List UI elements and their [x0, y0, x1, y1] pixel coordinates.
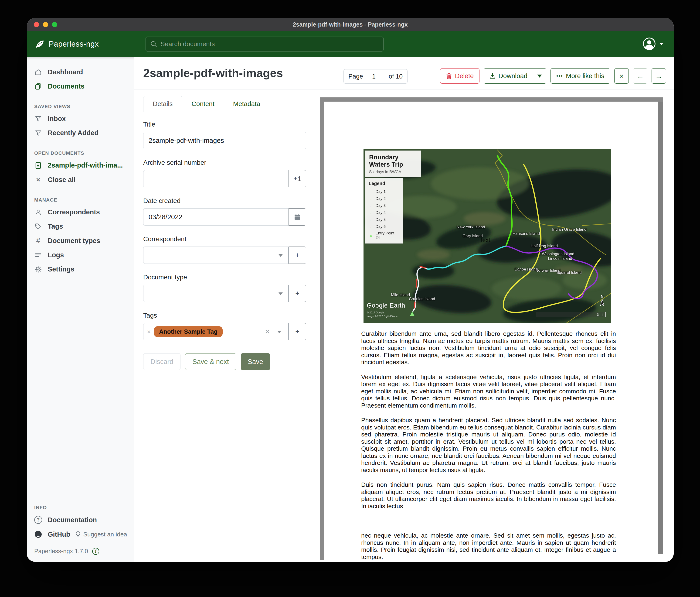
sidebar-item-tags[interactable]: Tags: [27, 219, 134, 234]
sidebar-item-github[interactable]: GitHub: [27, 527, 75, 542]
sidebar-label: Inbox: [48, 115, 66, 123]
search-icon: [150, 41, 157, 48]
version-row: Paperless-ngx 1.7.0 i: [27, 542, 134, 556]
close-icon: ×: [34, 176, 42, 184]
chevron-down-icon: [278, 254, 283, 257]
legend-label: Day 4: [376, 210, 385, 215]
legend-title: Legend: [369, 181, 399, 186]
sidebar-item-correspondents[interactable]: Correspondents: [27, 205, 134, 219]
delete-button[interactable]: Delete: [440, 68, 479, 83]
funnel-icon: [34, 130, 42, 136]
legend-label: Day 3: [376, 204, 385, 208]
island-label: Squirrel Island: [556, 270, 582, 275]
info-icon[interactable]: i: [92, 548, 99, 555]
legend-item: ∴Day 6: [369, 223, 399, 230]
funnel-icon: [34, 116, 42, 122]
question-circle-icon: ?: [34, 516, 42, 524]
document-text: Curabitur bibendum ante urna, sed blandi…: [361, 330, 616, 560]
entry-point-icon: ▲: [369, 233, 373, 238]
tag-chip[interactable]: Another Sample Tag: [154, 326, 223, 337]
date-created-input[interactable]: [143, 208, 289, 225]
close-document-button[interactable]: ×: [614, 68, 629, 83]
document-type-select[interactable]: [143, 285, 289, 302]
island-label: Charlies Island: [409, 296, 435, 301]
user-menu[interactable]: [643, 37, 664, 51]
more-like-this-button[interactable]: ••• More like this: [550, 68, 610, 83]
trash-icon: [446, 73, 452, 79]
tab-content[interactable]: Content: [182, 96, 224, 112]
sidebar-item-documentation[interactable]: ? Documentation: [27, 512, 134, 527]
sidebar-label: Documents: [48, 82, 84, 90]
brand[interactable]: Paperless-ngx: [35, 39, 99, 49]
preview-scrollbar[interactable]: [658, 102, 663, 554]
add-document-type-button[interactable]: +: [289, 285, 306, 302]
scale-bar: 3 mi: [536, 312, 606, 317]
discard-button[interactable]: Discard: [143, 353, 180, 370]
more-like-this-label: More like this: [566, 72, 604, 80]
sidebar-item-document-types[interactable]: # Document types: [27, 234, 134, 248]
day5-marker-icon: ∴: [369, 217, 373, 222]
close-icon: ×: [619, 72, 624, 80]
clear-tags-icon[interactable]: ✕: [265, 328, 270, 336]
manage-heading: MANAGE: [27, 195, 134, 205]
tab-metadata[interactable]: Metadata: [224, 96, 270, 112]
sidebar-item-logs[interactable]: Logs: [27, 248, 134, 262]
sidebar-label: Tags: [48, 222, 63, 230]
tags-select[interactable]: × Another Sample Tag ✕: [143, 323, 289, 340]
macos-titlebar[interactable]: 2sample-pdf-with-images - Paperless-ngx: [27, 18, 674, 31]
search-bar[interactable]: [146, 37, 383, 51]
version-label: Paperless-ngx 1.7.0: [34, 548, 88, 555]
sidebar-item-dashboard[interactable]: Dashboard: [27, 65, 134, 79]
correspondent-label: Correspondent: [143, 235, 306, 243]
sidebar-item-settings[interactable]: Settings: [27, 262, 134, 277]
save-button[interactable]: Save: [241, 353, 270, 370]
download-options-button[interactable]: [533, 68, 546, 83]
save-and-next-button[interactable]: Save & next: [185, 353, 236, 370]
arrow-left-icon: ←: [636, 72, 644, 80]
sidebar-item-close-all[interactable]: × Close all: [27, 172, 134, 187]
person-icon: [34, 209, 42, 216]
calendar-button[interactable]: [289, 208, 306, 225]
island-label: New York Island: [457, 225, 485, 230]
download-button[interactable]: Download: [484, 68, 533, 83]
app-window: 2sample-pdf-with-images - Paperless-ngx …: [27, 18, 674, 562]
legend-label: Day 1: [376, 189, 385, 194]
map-image: Boundary Waters Trip Six days in BWCA Le…: [364, 149, 611, 323]
asn-input[interactable]: [143, 170, 289, 187]
page-number-input[interactable]: [368, 69, 384, 83]
map-subtitle: Six days in BWCA: [369, 170, 417, 174]
search-input[interactable]: [160, 40, 379, 48]
download-icon: [490, 73, 496, 79]
google-earth-watermark: Google Earth: [367, 302, 405, 309]
next-document-button[interactable]: →: [652, 68, 666, 83]
tab-details[interactable]: Details: [143, 96, 182, 112]
sidebar-item-inbox[interactable]: Inbox: [27, 112, 134, 126]
map-text-annotation: Text: [479, 237, 490, 243]
app-header: Paperless-ngx: [27, 31, 674, 57]
list-lines-icon: [34, 253, 42, 258]
island-label: Lincoln Island: [548, 256, 572, 261]
legend-item: ∴Day 1: [369, 188, 399, 195]
correspondent-select[interactable]: [143, 246, 289, 264]
asn-increment-button[interactable]: +1: [289, 170, 306, 187]
previous-document-button[interactable]: ←: [633, 68, 647, 83]
remove-tag-icon[interactable]: ×: [147, 328, 151, 335]
page-total-label: of 10: [384, 69, 407, 83]
pdf-preview-pane[interactable]: Boundary Waters Trip Six days in BWCA Le…: [320, 97, 663, 560]
sidebar-item-recently-added[interactable]: Recently Added: [27, 126, 134, 140]
page-navigator: Page of 10: [344, 69, 407, 83]
sidebar-label: Close all: [48, 176, 75, 184]
sidebar-item-open-document[interactable]: 2sample-pdf-with-ima...: [27, 158, 134, 172]
title-input[interactable]: [143, 132, 306, 149]
sidebar-item-documents[interactable]: Documents: [27, 79, 134, 93]
map-copyright-2: Image © 2017 DigitalGlobe: [367, 315, 398, 318]
sidebar-item-suggest-idea[interactable]: Suggest an idea: [75, 528, 127, 541]
sidebar-label: Document types: [48, 237, 100, 245]
sidebar: Dashboard Documents SAVED VIEWS Inbox Re: [27, 57, 134, 562]
sidebar-label: Documentation: [48, 516, 97, 524]
document-type-label: Document type: [143, 273, 306, 281]
add-tag-button[interactable]: +: [289, 323, 306, 340]
map-legend: Legend ∴Day 1 ∴Day 2 ∴Day 3 ∴Day 4 ∴Day …: [365, 178, 403, 243]
add-correspondent-button[interactable]: +: [289, 246, 306, 264]
file-text-icon: [34, 162, 42, 169]
